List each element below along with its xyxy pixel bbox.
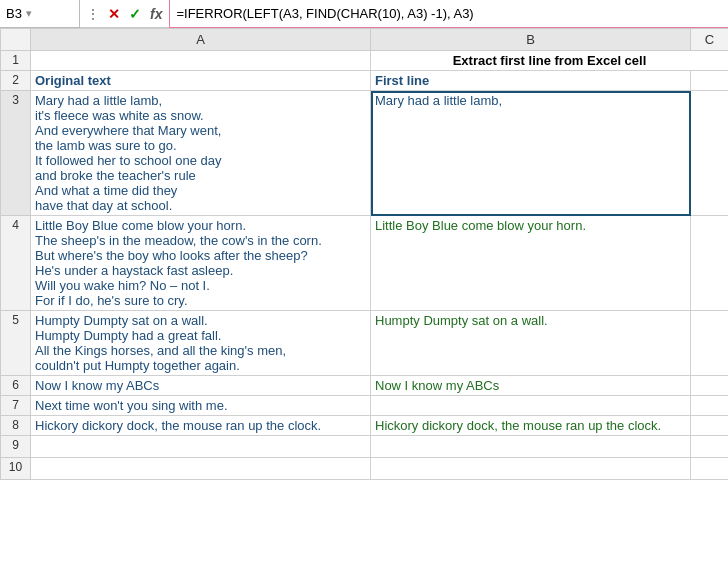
column-header-row: A B C: [1, 29, 729, 51]
row-num-6: 6: [1, 376, 31, 396]
table-row: 10: [1, 458, 729, 480]
cell-B4[interactable]: Little Boy Blue come blow your horn.: [371, 216, 691, 311]
cell-C3[interactable]: [691, 91, 729, 216]
table-row: 1 Extract first line from Excel cell: [1, 51, 729, 71]
row-num-3: 3: [1, 91, 31, 216]
cell-B5[interactable]: Humpty Dumpty sat on a wall.: [371, 311, 691, 376]
cell-A8[interactable]: Hickory dickory dock, the mouse ran up t…: [31, 416, 371, 436]
cell-C5[interactable]: [691, 311, 729, 376]
cell-A7[interactable]: Next time won't you sing with me.: [31, 396, 371, 416]
cell-C6[interactable]: [691, 376, 729, 396]
col-header-B[interactable]: B: [371, 29, 691, 51]
cell-C4[interactable]: [691, 216, 729, 311]
row-num-2: 2: [1, 71, 31, 91]
cell-C2[interactable]: [691, 71, 729, 91]
row-num-7: 7: [1, 396, 31, 416]
cell-C9[interactable]: [691, 436, 729, 458]
table-row: 3 Mary had a little lamb, it's fleece wa…: [1, 91, 729, 216]
formula-confirm-icon[interactable]: ✓: [126, 4, 144, 24]
spreadsheet-container: A B C 1 Extract first line from Excel ce…: [0, 28, 728, 480]
table-row: 6 Now I know my ABCs Now I know my ABCs: [1, 376, 729, 396]
cell-ref-text: B3: [6, 6, 22, 21]
cell-B7[interactable]: [371, 396, 691, 416]
cell-B8[interactable]: Hickory dickory dock, the mouse ran up t…: [371, 416, 691, 436]
row-num-4: 4: [1, 216, 31, 311]
table-row: 2 Original text First line: [1, 71, 729, 91]
cell-A9[interactable]: [31, 436, 371, 458]
cell-A4[interactable]: Little Boy Blue come blow your horn. The…: [31, 216, 371, 311]
corner-header: [1, 29, 31, 51]
cell-C8[interactable]: [691, 416, 729, 436]
cell-A6[interactable]: Now I know my ABCs: [31, 376, 371, 396]
formula-bar-menu-icon[interactable]: ⋮: [84, 5, 102, 23]
cell-reference-box[interactable]: B3 ▾: [0, 0, 80, 28]
formula-bar-controls: ⋮ ✕ ✓ fx: [80, 4, 169, 24]
cell-C7[interactable]: [691, 396, 729, 416]
cell-A10[interactable]: [31, 458, 371, 480]
cell-B9[interactable]: [371, 436, 691, 458]
row-num-5: 5: [1, 311, 31, 376]
row-num-9: 9: [1, 436, 31, 458]
table-row: 8 Hickory dickory dock, the mouse ran up…: [1, 416, 729, 436]
col-header-C[interactable]: C: [691, 29, 729, 51]
cell-B6[interactable]: Now I know my ABCs: [371, 376, 691, 396]
row-num-1: 1: [1, 51, 31, 71]
spreadsheet-table: A B C 1 Extract first line from Excel ce…: [0, 28, 728, 480]
cell-A2[interactable]: Original text: [31, 71, 371, 91]
table-row: 7 Next time won't you sing with me.: [1, 396, 729, 416]
cell-C10[interactable]: [691, 458, 729, 480]
cell-B1[interactable]: Extract first line from Excel cell: [371, 51, 729, 71]
cell-B3[interactable]: Mary had a little lamb,: [371, 91, 691, 216]
cell-A1[interactable]: [31, 51, 371, 71]
table-row: 4 Little Boy Blue come blow your horn. T…: [1, 216, 729, 311]
row-num-8: 8: [1, 416, 31, 436]
cell-B10[interactable]: [371, 458, 691, 480]
formula-bar: B3 ▾ ⋮ ✕ ✓ fx: [0, 0, 728, 28]
col-header-A[interactable]: A: [31, 29, 371, 51]
cell-A3[interactable]: Mary had a little lamb, it's fleece was …: [31, 91, 371, 216]
table-row: 9: [1, 436, 729, 458]
row-num-10: 10: [1, 458, 31, 480]
cell-A5[interactable]: Humpty Dumpty sat on a wall. Humpty Dump…: [31, 311, 371, 376]
table-row: 5 Humpty Dumpty sat on a wall. Humpty Du…: [1, 311, 729, 376]
formula-fx-icon[interactable]: fx: [147, 4, 165, 24]
formula-cancel-icon[interactable]: ✕: [105, 4, 123, 24]
formula-input[interactable]: [169, 0, 728, 28]
cell-B2[interactable]: First line: [371, 71, 691, 91]
